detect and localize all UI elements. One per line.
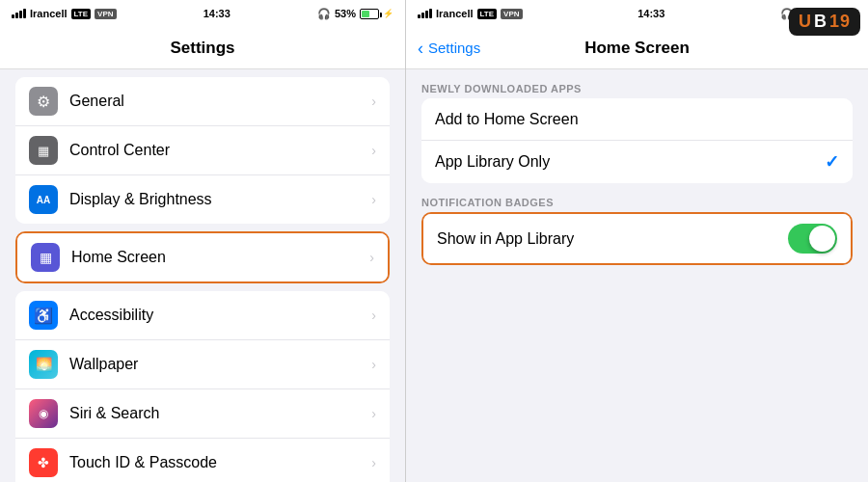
time-right: 14:33 bbox=[637, 8, 665, 19]
battery-pct-left: 53% bbox=[335, 8, 356, 19]
control-label: Control Center bbox=[69, 142, 371, 159]
settings-item-wallpaper[interactable]: 🌅 Wallpaper › bbox=[15, 340, 390, 389]
rbar3 bbox=[425, 11, 428, 18]
watermark-badge: U B 19 bbox=[789, 8, 860, 36]
section-header-notif: NOTIFICATION BADGES bbox=[406, 191, 868, 212]
section-header-new-apps: NEWLY DOWNLOADED APPS bbox=[406, 77, 868, 98]
touchid-chevron: › bbox=[371, 455, 376, 470]
show-in-app-library-label: Show in App Library bbox=[437, 230, 788, 248]
settings-item-display[interactable]: AA Display & Brightness › bbox=[15, 175, 390, 224]
status-left: Irancell LTE VPN bbox=[12, 8, 117, 19]
settings-item-siri[interactable]: ◉ Siri & Search › bbox=[15, 389, 390, 439]
group-bottom: ♿ Accessibility › 🌅 Wallpaper › ◉ Siri &… bbox=[15, 291, 390, 482]
control-icon: ▦ bbox=[29, 136, 58, 165]
general-label: General bbox=[69, 93, 371, 110]
siri-chevron: › bbox=[371, 406, 376, 421]
rbar1 bbox=[418, 14, 420, 18]
display-chevron: › bbox=[371, 192, 376, 207]
group-top: ⚙ General › ▦ Control Center › AA Displa… bbox=[15, 77, 390, 224]
wm-19: 19 bbox=[829, 12, 851, 32]
time-left: 14:33 bbox=[203, 8, 231, 19]
status-bar-left: Irancell LTE VPN 14:33 🎧 53% ⚡ bbox=[0, 0, 405, 27]
home-label: Home Screen bbox=[71, 249, 369, 266]
headphone-icon: 🎧 bbox=[317, 8, 331, 20]
lte-badge-left: LTE bbox=[71, 9, 92, 19]
notification-badges-group: Show in App Library bbox=[421, 212, 853, 265]
access-label: Accessibility bbox=[69, 307, 371, 324]
settings-scroll[interactable]: ⚙ General › ▦ Control Center › AA Displa… bbox=[0, 69, 405, 482]
bar1 bbox=[12, 14, 14, 18]
battery-icon-left bbox=[360, 9, 379, 19]
access-chevron: › bbox=[371, 308, 376, 323]
wallpaper-chevron: › bbox=[371, 357, 376, 372]
right-phone: Irancell LTE VPN 14:33 🎧 53% ⚡ ‹ Setting… bbox=[405, 0, 868, 482]
vpn-badge-right: VPN bbox=[501, 9, 522, 19]
wallpaper-icon: 🌅 bbox=[29, 350, 58, 379]
nav-bar-left: Settings bbox=[0, 27, 405, 69]
lte-badge-right: LTE bbox=[477, 9, 498, 19]
siri-label: Siri & Search bbox=[69, 405, 371, 422]
home-screen-group-highlighted: ▦ Home Screen › bbox=[15, 231, 390, 283]
status-left-right: Irancell LTE VPN bbox=[418, 8, 523, 19]
signal-bars bbox=[12, 9, 26, 18]
battery-fill-left bbox=[362, 11, 369, 17]
home-icon: ▦ bbox=[31, 243, 60, 272]
bolt-left: ⚡ bbox=[383, 9, 393, 18]
bar4 bbox=[23, 9, 26, 18]
new-apps-group: Add to Home Screen App Library Only ✓ bbox=[421, 98, 853, 183]
bar2 bbox=[15, 13, 18, 18]
home-chevron: › bbox=[369, 250, 374, 265]
touchid-icon: ✤ bbox=[29, 448, 58, 477]
back-button[interactable]: ‹ Settings bbox=[418, 40, 480, 57]
home-screen-settings: NEWLY DOWNLOADED APPS Add to Home Screen… bbox=[406, 69, 868, 281]
settings-item-touchid[interactable]: ✤ Touch ID & Passcode › bbox=[15, 439, 390, 482]
toggle-knob bbox=[809, 226, 835, 252]
display-label: Display & Brightness bbox=[69, 191, 371, 208]
rbar2 bbox=[421, 13, 424, 18]
siri-icon: ◉ bbox=[29, 399, 58, 428]
carrier-right: Irancell bbox=[436, 8, 474, 19]
show-in-app-library-item[interactable]: Show in App Library bbox=[423, 214, 851, 263]
wm-u: U bbox=[799, 12, 812, 32]
settings-item-general[interactable]: ⚙ General › bbox=[15, 77, 390, 126]
wm-b: B bbox=[814, 12, 827, 32]
settings-list: ⚙ General › ▦ Control Center › AA Displa… bbox=[0, 69, 405, 482]
general-icon: ⚙ bbox=[29, 87, 58, 116]
chevron-left-icon: ‹ bbox=[418, 40, 423, 57]
bar3 bbox=[19, 11, 22, 18]
nav-title-left: Settings bbox=[170, 39, 234, 58]
settings-item-home[interactable]: ▦ Home Screen › bbox=[17, 233, 388, 281]
app-library-only-label: App Library Only bbox=[435, 153, 825, 171]
vpn-badge-left: VPN bbox=[95, 9, 116, 19]
home-screen-scroll[interactable]: NEWLY DOWNLOADED APPS Add to Home Screen… bbox=[406, 69, 868, 482]
touchid-label: Touch ID & Passcode bbox=[69, 454, 371, 471]
wallpaper-label: Wallpaper bbox=[69, 356, 371, 373]
rbar4 bbox=[429, 9, 432, 18]
carrier-left: Irancell bbox=[30, 8, 68, 19]
settings-item-control[interactable]: ▦ Control Center › bbox=[15, 126, 390, 175]
settings-item-access[interactable]: ♿ Accessibility › bbox=[15, 291, 390, 340]
back-label: Settings bbox=[428, 40, 480, 56]
checkmark-icon: ✓ bbox=[825, 151, 839, 173]
show-app-library-toggle[interactable] bbox=[788, 224, 837, 254]
general-chevron: › bbox=[371, 94, 376, 109]
add-to-home-item[interactable]: Add to Home Screen bbox=[421, 98, 853, 141]
signal-bars-right bbox=[418, 9, 432, 18]
app-library-only-item[interactable]: App Library Only ✓ bbox=[421, 141, 853, 183]
control-chevron: › bbox=[371, 143, 376, 158]
left-phone: Irancell LTE VPN 14:33 🎧 53% ⚡ Settings … bbox=[0, 0, 405, 482]
status-right-left: 🎧 53% ⚡ bbox=[317, 8, 393, 20]
nav-title-right: Home Screen bbox=[584, 39, 690, 58]
display-icon: AA bbox=[29, 185, 58, 214]
add-to-home-label: Add to Home Screen bbox=[435, 111, 839, 128]
access-icon: ♿ bbox=[29, 301, 58, 330]
